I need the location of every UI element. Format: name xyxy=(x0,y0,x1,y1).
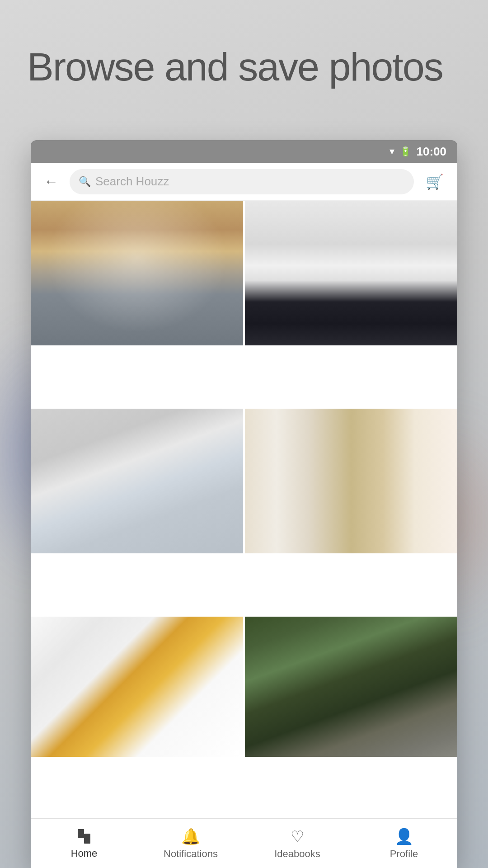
photo-bathroom[interactable] xyxy=(31,409,243,615)
back-button[interactable]: ← xyxy=(40,170,62,193)
hero-title: Browse and save photos xyxy=(27,45,461,89)
search-icon: 🔍 xyxy=(79,176,91,188)
nav-label-home: Home xyxy=(71,848,98,859)
search-bar[interactable]: 🔍 Search Houzz xyxy=(70,169,414,194)
cart-icon: 🛒 xyxy=(426,173,444,190)
back-arrow-icon: ← xyxy=(44,173,58,190)
status-bar: ▾ 🔋 10:00 xyxy=(31,140,457,163)
top-bar: ← 🔍 Search Houzz 🛒 xyxy=(31,163,457,201)
cart-button[interactable]: 🛒 xyxy=(421,168,448,195)
ideabooks-icon: ♡ xyxy=(291,827,304,845)
svg-rect-1 xyxy=(84,834,90,844)
photo-kitchen2[interactable] xyxy=(31,617,243,818)
search-placeholder-text: Search Houzz xyxy=(95,175,169,189)
nav-item-ideabooks[interactable]: ♡ Ideabooks xyxy=(244,819,351,868)
photo-bookshelf[interactable] xyxy=(245,409,457,615)
battery-icon: 🔋 xyxy=(400,146,411,157)
photo-kitchen-white[interactable] xyxy=(245,201,457,407)
nav-item-notifications[interactable]: 🔔 Notifications xyxy=(137,819,244,868)
nav-item-home[interactable]: Home xyxy=(31,819,137,868)
profile-icon: 👤 xyxy=(394,827,413,845)
notifications-icon: 🔔 xyxy=(181,827,200,845)
wifi-icon: ▾ xyxy=(389,146,394,157)
photo-exterior[interactable] xyxy=(245,617,457,818)
nav-label-notifications: Notifications xyxy=(164,848,218,860)
status-time: 10:00 xyxy=(417,145,447,159)
home-icon xyxy=(75,828,93,845)
nav-item-profile[interactable]: 👤 Profile xyxy=(351,819,457,868)
svg-rect-0 xyxy=(78,829,84,838)
phone-frame: ▾ 🔋 10:00 ← 🔍 Search Houzz 🛒 xyxy=(31,140,457,868)
photo-kitchen-warm[interactable] xyxy=(31,201,243,407)
nav-label-ideabooks: Ideabooks xyxy=(274,848,320,860)
photo-grid xyxy=(31,201,457,818)
nav-label-profile: Profile xyxy=(390,848,418,860)
bottom-nav: Home 🔔 Notifications ♡ Ideabooks 👤 Profi… xyxy=(31,818,457,868)
